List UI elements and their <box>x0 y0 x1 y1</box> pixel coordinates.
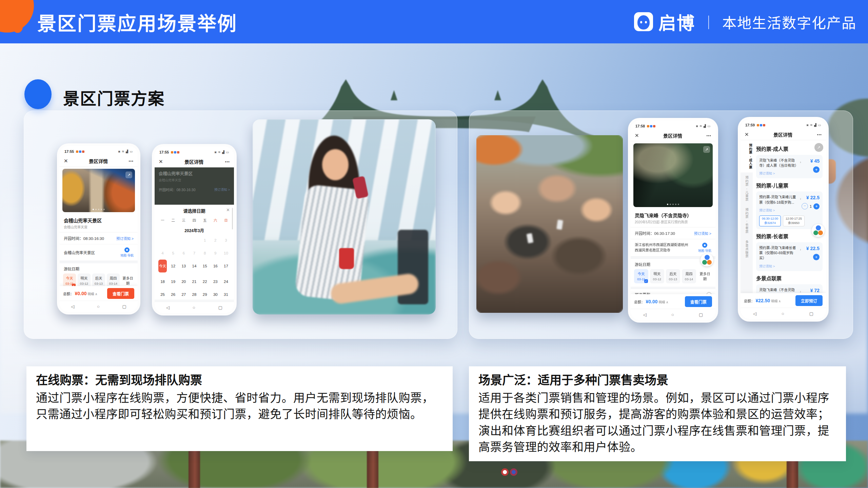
home-icon[interactable]: ○ <box>782 311 784 316</box>
time-slot[interactable]: 06:30-12:00 余32674 <box>759 216 781 226</box>
book-now-button[interactable]: 立即预订 <box>795 295 823 306</box>
calendar-day[interactable]: 30 <box>210 291 221 298</box>
home-icon[interactable]: ○ <box>671 312 674 317</box>
close-icon[interactable]: ✕ <box>159 159 163 165</box>
ticket-card: 灵隐飞来峰（不含灵隐寺）成人票（当日有效） › ¥ 45 预订须知 > <box>756 155 823 178</box>
more-icon[interactable]: ••• <box>817 133 822 137</box>
note-body: 适用于各类门票销售和管理的场景。例如，景区可以通过门票小程序提供在线购票和预订服… <box>478 390 836 455</box>
calendar-day[interactable]: 今天 <box>158 260 167 272</box>
plus-button[interactable] <box>813 203 820 209</box>
calendar-day[interactable]: 9 <box>210 249 221 257</box>
more-icon[interactable]: ••• <box>129 159 134 163</box>
total-label: 总额： <box>744 298 755 303</box>
close-icon[interactable]: ✕ <box>635 133 639 139</box>
more-icon[interactable]: ••• <box>225 160 230 164</box>
recents-icon[interactable]: ▢ <box>809 311 813 316</box>
add-ticket-button[interactable] <box>813 166 820 173</box>
calendar-day[interactable]: 10 <box>221 249 231 257</box>
calendar-day[interactable]: 15 <box>200 262 210 270</box>
date-chip[interactable]: 更多日期 <box>698 269 712 283</box>
category-tab[interactable]: 预约票-成人票 <box>741 140 753 172</box>
calendar-day[interactable]: 13 <box>178 262 189 270</box>
calendar-day[interactable]: 8 <box>200 249 210 257</box>
recents-icon[interactable]: ▢ <box>122 304 126 309</box>
calendar-day[interactable]: 29 <box>200 291 210 298</box>
date-chip[interactable]: 今天 03-11 <box>634 269 648 283</box>
share-icon[interactable] <box>814 143 823 152</box>
map-nav-button[interactable]: 地图·导航 <box>120 247 134 258</box>
recents-icon[interactable]: ▢ <box>218 305 222 310</box>
category-tab[interactable]: 预约票-长者票 <box>744 205 749 237</box>
calendar-day[interactable]: 14 <box>189 262 199 270</box>
date-chip[interactable]: 周四 03-14 <box>682 269 696 283</box>
map-nav-button[interactable]: 地图·导航 <box>698 243 711 253</box>
chevron-right-icon[interactable]: › <box>800 248 801 251</box>
recents-icon[interactable]: ▢ <box>699 312 703 317</box>
calendar-day[interactable]: 19 <box>168 278 178 285</box>
chevron-right-icon[interactable]: › <box>800 197 801 201</box>
home-icon[interactable]: ○ <box>193 305 195 310</box>
date-chip[interactable]: 明天 03-12 <box>650 269 664 283</box>
category-tab[interactable]: 多景点联票 <box>744 237 749 262</box>
back-icon[interactable]: ◁ <box>753 311 756 316</box>
calendar-day[interactable]: 23 <box>210 278 221 285</box>
share-icon[interactable] <box>125 171 132 178</box>
minus-button[interactable] <box>802 203 808 209</box>
date-chip[interactable]: 后天 03-13 <box>92 273 105 288</box>
calendar-day[interactable]: 27 <box>178 291 189 298</box>
booking-note-link[interactable]: 预订须知 > <box>759 264 820 268</box>
calendar-day[interactable]: 17 <box>221 262 231 270</box>
add-ticket-button[interactable] <box>813 254 820 260</box>
calendar-day[interactable]: 21 <box>189 278 199 285</box>
calendar-day[interactable]: 1 <box>200 237 210 244</box>
calendar-day[interactable]: 26 <box>168 291 178 298</box>
time-slot[interactable]: 12:00-17:25 余39950 <box>783 216 805 226</box>
calendar-day[interactable]: 28 <box>189 291 199 298</box>
calendar-day[interactable]: 5 <box>168 249 178 257</box>
calendar-day[interactable]: 7 <box>189 249 199 257</box>
detail-toggle[interactable]: 明细 ∧ <box>88 291 98 296</box>
calendar-day[interactable] <box>157 237 168 244</box>
modal-close-icon[interactable]: ✕ <box>226 207 230 212</box>
calendar-day[interactable]: 18 <box>157 278 168 285</box>
calendar-day[interactable] <box>178 237 189 244</box>
back-icon[interactable]: ◁ <box>71 304 74 309</box>
detail-toggle[interactable]: 明细 ∧ <box>659 300 669 304</box>
calendar-day[interactable]: 6 <box>178 249 189 257</box>
view-tickets-button[interactable]: 查看门票 <box>685 296 712 307</box>
calendar-day[interactable]: 4 <box>157 249 168 257</box>
close-icon[interactable]: ✕ <box>745 131 749 138</box>
calendar-day[interactable]: 2 <box>210 237 221 244</box>
date-chip[interactable]: 今天 03-11 <box>63 273 76 288</box>
chevron-right-icon[interactable]: › <box>800 160 801 164</box>
calendar-day[interactable]: 16 <box>210 262 221 270</box>
detail-toggle[interactable]: 明细 ∧ <box>771 299 781 303</box>
booking-note-link[interactable]: 预订须知 > <box>116 236 134 241</box>
calendar-day[interactable] <box>168 237 178 244</box>
view-tickets-button[interactable]: 查看门票 <box>107 288 134 299</box>
calendar-day[interactable] <box>189 237 199 244</box>
back-icon[interactable]: ◁ <box>643 312 647 317</box>
calendar-day[interactable]: 24 <box>221 278 231 285</box>
home-icon[interactable]: ○ <box>97 304 100 309</box>
calendar-day[interactable]: 20 <box>178 278 189 285</box>
category-tab[interactable]: 预约票-儿童票 <box>744 172 749 205</box>
slot-time: 06:30-12:00 <box>762 217 778 220</box>
chevron-right-icon[interactable]: › <box>800 290 801 293</box>
share-icon[interactable] <box>703 146 710 153</box>
calendar-day[interactable]: 3 <box>221 237 231 244</box>
date-chip[interactable]: 明天 03-12 <box>78 273 91 288</box>
booking-note-link[interactable]: 预订须知 > <box>694 231 711 236</box>
calendar-day[interactable]: 12 <box>168 262 178 270</box>
booking-note-link[interactable]: 预订须知 > <box>759 171 820 176</box>
date-chip[interactable]: 更多日期 <box>121 273 134 288</box>
calendar-day[interactable]: 25 <box>157 291 168 298</box>
back-icon[interactable]: ◁ <box>166 305 170 310</box>
scrollbar[interactable] <box>232 208 233 229</box>
calendar-day[interactable]: 31 <box>221 291 231 298</box>
date-chip[interactable]: 后天 03-13 <box>666 269 680 283</box>
date-chip[interactable]: 周四 03-14 <box>107 273 120 288</box>
more-icon[interactable]: ••• <box>706 134 711 138</box>
close-icon[interactable]: ✕ <box>64 158 68 164</box>
calendar-day[interactable]: 22 <box>200 278 210 285</box>
